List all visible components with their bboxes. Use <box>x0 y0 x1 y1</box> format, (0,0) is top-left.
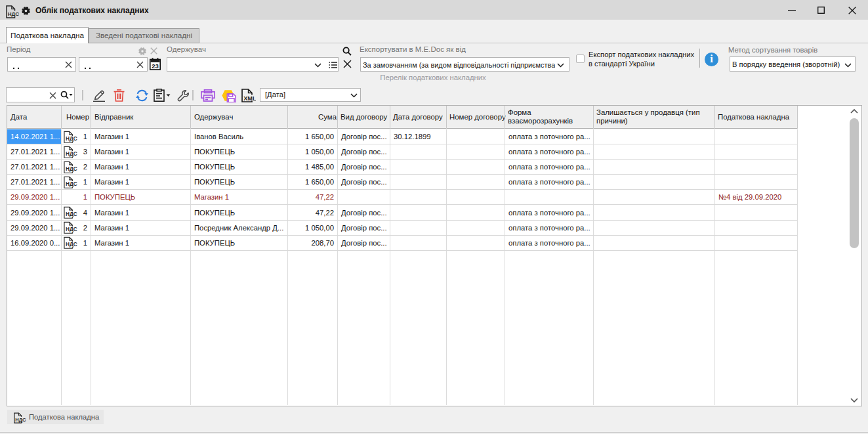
svg-text:НДС: НДС <box>8 11 19 17</box>
svg-text:НДС: НДС <box>15 416 26 422</box>
svg-text:23: 23 <box>152 62 159 70</box>
svg-text:XML: XML <box>243 95 256 102</box>
